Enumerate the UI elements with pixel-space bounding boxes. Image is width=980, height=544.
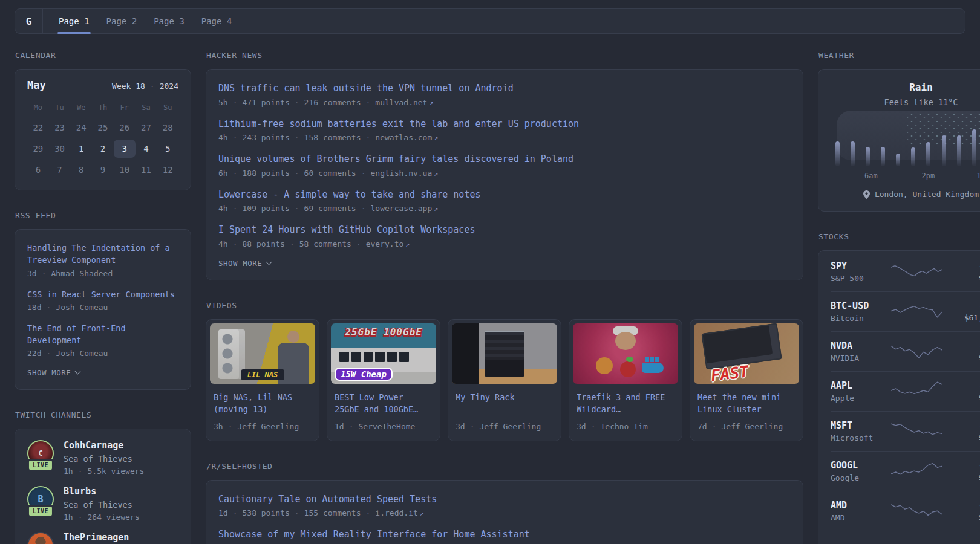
item-source-link[interactable]: newatlas.com↗	[375, 133, 438, 142]
dashboard-page: G Page 1Page 2Page 3Page 4 CALENDAR May …	[0, 0, 980, 544]
tab-page-1[interactable]: Page 1	[50, 9, 98, 33]
stock-values: +6.87%$184.91	[949, 381, 980, 402]
stock-symbol[interactable]: AAPL	[831, 380, 884, 391]
video-title[interactable]: BEST Low Power 25GbE and 100GbE Switch…	[335, 391, 433, 416]
hacker-news-item-title[interactable]: Unique volumes of Brothers Grimm fairy t…	[218, 152, 791, 166]
weather-hourly-chart: 12°	[835, 128, 980, 166]
dot-separator: ·	[294, 508, 300, 517]
calendar-day: 2	[92, 140, 114, 158]
meta-text: ServeTheHome	[358, 422, 415, 431]
selfhosted-item-title[interactable]: Cautionary Tale on Automated Speed Tests	[218, 493, 791, 507]
stock-row: GOOGLGoogle+0.10%$166.78	[831, 451, 980, 491]
stock-row: BTC-USDBitcoin+4.40%$61,725.48	[831, 291, 980, 331]
twitch-channel-row[interactable]: ThePrimeagen	[27, 532, 178, 544]
weather-bar-column	[896, 128, 900, 166]
dot-separator: ·	[365, 508, 371, 517]
rss-item-title[interactable]: Handling The Indentation of a Treeview C…	[27, 242, 178, 267]
video-card[interactable]: LIL NASBig NAS, Lil NAS (moving 13)3h·Je…	[206, 319, 319, 441]
video-card[interactable]: My Tiny Rack3d·Jeff Geerling	[448, 319, 561, 441]
dot-separator: ·	[469, 422, 475, 431]
stock-name: NVIDIA	[831, 354, 884, 363]
external-link-icon: ↗	[434, 134, 438, 142]
hacker-news-item-title[interactable]: Lowercase - A simple way to take and sha…	[218, 188, 791, 202]
stock-symbol[interactable]: AMD	[831, 500, 884, 511]
item-meta: 5h·471 points·216 comments·mullvad.net↗	[218, 98, 791, 107]
dot-separator: ·	[365, 133, 371, 142]
dot-separator: ·	[232, 133, 238, 142]
calendar-widget: CALENDAR May Week 18 · 2024 MoTuWeThFrSa…	[15, 51, 191, 190]
weather-bar	[972, 129, 976, 166]
calendar-weekday: Sa	[136, 103, 157, 115]
stock-name: AMD	[831, 513, 884, 522]
video-title[interactable]: Meet the new mini Linux Cluster	[697, 391, 795, 416]
calendar-day-today: 3	[114, 140, 136, 158]
stock-symbol[interactable]: MSFT	[831, 420, 884, 431]
stock-change: +0.10%	[949, 461, 980, 470]
calendar-day: 11	[136, 161, 157, 179]
tab-page-3[interactable]: Page 3	[145, 9, 193, 33]
item-source-link[interactable]: mullvad.net↗	[375, 98, 433, 107]
hacker-news-item-title[interactable]: DNS traffic can leak outside the VPN tun…	[218, 82, 791, 96]
stock-symbol[interactable]: NVDA	[831, 340, 884, 351]
twitch-channel-row[interactable]: BLIVEBlurbsSea of Thieves1h·264 viewers	[27, 486, 178, 522]
item-source-link[interactable]: english.nv.ua↗	[371, 169, 439, 178]
video-card[interactable]: Traefik 3 and FREE Wildcard…3d·Techno Ti…	[569, 319, 682, 441]
rss-item-title[interactable]: The End of Front-End Development	[27, 322, 178, 347]
dot-separator: ·	[232, 204, 238, 213]
stocks-widget: STOCKS SPYS&P 500+1.29%$511.57BTC-USDBit…	[818, 232, 980, 544]
twitch-channel-name[interactable]: Blurbs	[64, 486, 96, 497]
top-navigation: G Page 1Page 2Page 3Page 4	[15, 8, 965, 34]
stock-identity: AAPLApple	[831, 380, 884, 403]
meta-text: 4h	[218, 133, 228, 142]
twitch-section-title: TWITCH CHANNELS	[15, 410, 191, 419]
stock-symbol[interactable]: GOOGL	[831, 460, 884, 471]
calendar-header: May Week 18 · 2024	[27, 79, 178, 91]
stock-symbol[interactable]: BTC-USD	[831, 300, 884, 311]
hacker-news-item-title[interactable]: I Spent 24 Hours with GitHub Copilot Wor…	[218, 223, 791, 237]
hacker-news-item-title[interactable]: Lithium-free sodium batteries exit the l…	[218, 117, 791, 131]
thumbnail-badge-text: 15W Cheap	[336, 369, 391, 380]
stock-symbol[interactable]: SPY	[831, 261, 884, 271]
item-source-link[interactable]: lowercase.app↗	[371, 204, 439, 213]
calendar-year: 2024	[160, 82, 178, 91]
rss-item: Handling The Indentation of a Treeview C…	[27, 242, 178, 278]
selfhosted-item: Cautionary Tale on Automated Speed Tests…	[218, 493, 791, 518]
meta-text: 5h	[218, 98, 228, 107]
meta-text: 471 points	[242, 98, 289, 107]
item-source-link[interactable]: i.redd.it↗	[375, 508, 424, 517]
app-logo[interactable]: G	[15, 9, 43, 33]
show-more-button[interactable]: SHOW MORE	[218, 259, 791, 268]
meta-text: 3d	[577, 422, 586, 431]
twitch-channel-row[interactable]: CLIVECohhCarnageSea of Thieves1h·5.5k vi…	[27, 440, 178, 476]
video-title[interactable]: Traefik 3 and FREE Wildcard…	[577, 391, 675, 416]
calendar-day: 22	[27, 118, 49, 137]
video-title[interactable]: Big NAS, Lil NAS (moving 13)	[214, 391, 312, 416]
stock-name: Apple	[831, 393, 884, 403]
selfhosted-section-title: /R/SELFHOSTED	[206, 462, 803, 471]
dot-separator: ·	[77, 467, 83, 476]
rss-section-title: RSS FEED	[15, 211, 191, 220]
rss-item-title[interactable]: CSS in React Server Components	[27, 288, 178, 300]
tab-page-2[interactable]: Page 2	[98, 9, 146, 33]
video-card[interactable]: FASTMeet the new mini Linux Cluster7d·Je…	[690, 319, 803, 441]
hacker-news-item: I Spent 24 Hours with GitHub Copilot Wor…	[218, 223, 791, 248]
dot-separator: ·	[294, 98, 300, 107]
external-link-icon: ↗	[434, 169, 438, 178]
stock-chart-cell	[884, 380, 949, 403]
tab-page-4[interactable]: Page 4	[193, 9, 241, 33]
stock-change: +4.40%	[949, 301, 980, 311]
video-title[interactable]: My Tiny Rack	[456, 391, 554, 416]
selfhosted-item-title[interactable]: Showcase of my Mixed Reality Interface f…	[218, 528, 791, 542]
meta-text: 4h	[218, 204, 228, 213]
dot-separator: ·	[149, 82, 155, 91]
video-card[interactable]: 25GbE 100GbE15W CheapBEST Low Power 25Gb…	[327, 319, 440, 441]
stock-values: +2.94%$150.45	[949, 500, 980, 522]
meta-text: 3d	[456, 422, 465, 431]
thumbnail-banner-text: LIL NAS	[241, 369, 284, 380]
item-source-link[interactable]: every.to↗	[366, 239, 410, 248]
show-more-button[interactable]: SHOW MORE	[27, 368, 178, 377]
calendar-day: 28	[157, 118, 178, 137]
twitch-channel-name[interactable]: ThePrimeagen	[64, 532, 129, 543]
twitch-channel-name[interactable]: CohhCarnage	[64, 440, 123, 451]
left-column: CALENDAR May Week 18 · 2024 MoTuWeThFrSa…	[15, 51, 191, 544]
